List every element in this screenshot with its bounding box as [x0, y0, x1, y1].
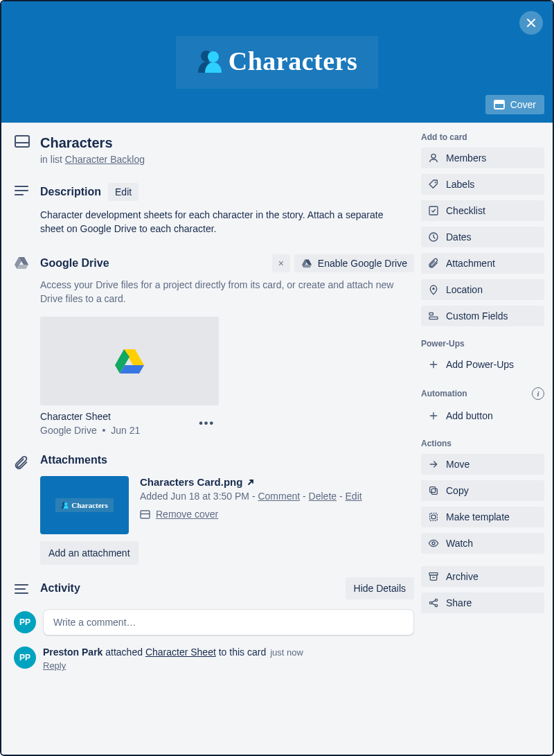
activity-time: just now: [270, 647, 303, 658]
activity-attachment-link[interactable]: Character Sheet: [145, 647, 216, 658]
attachment-small-icon: [428, 258, 439, 269]
cover-button-label: Cover: [510, 99, 536, 110]
edit-description-button[interactable]: Edit: [108, 183, 138, 201]
share-icon: [428, 597, 439, 608]
svg-point-37: [432, 542, 435, 545]
activity-heading: Activity: [40, 582, 80, 595]
automation-heading: Automation: [421, 389, 467, 398]
watch-button[interactable]: Watch: [421, 533, 544, 554]
hide-details-button[interactable]: Hide Details: [346, 577, 414, 599]
drive-file-more-button[interactable]: •••: [195, 414, 219, 432]
clock-icon: [428, 231, 439, 243]
comment-input[interactable]: Write a comment…: [43, 609, 414, 635]
archive-icon: [428, 571, 439, 582]
cover-title-box: Characters: [176, 36, 378, 89]
card-icon: [14, 134, 30, 149]
automation-info-button[interactable]: i: [532, 387, 544, 400]
move-button[interactable]: Move: [421, 454, 544, 475]
list-link[interactable]: Character Backlog: [65, 154, 145, 165]
add-to-card-heading: Add to card: [421, 132, 544, 142]
attachment-comment-link[interactable]: Comment: [258, 491, 300, 502]
svg-rect-3: [494, 100, 504, 104]
cover-icon: [494, 100, 505, 109]
drive-file-thumbnail[interactable]: [40, 317, 219, 405]
make-template-button[interactable]: Make template: [421, 507, 544, 527]
attachment-edit-link[interactable]: Edit: [346, 491, 362, 502]
attachment-icon: [14, 455, 29, 471]
svg-rect-32: [429, 317, 438, 319]
add-powerups-button[interactable]: Add Power-Ups: [421, 354, 544, 375]
close-icon: [526, 17, 537, 28]
remove-cover-link[interactable]: Remove cover: [156, 509, 218, 520]
user-avatar[interactable]: PP: [14, 611, 36, 633]
dismiss-drive-button[interactable]: ×: [272, 254, 290, 272]
archive-button[interactable]: Archive: [421, 566, 544, 587]
members-icon: [428, 152, 439, 164]
share-button[interactable]: Share: [421, 592, 544, 613]
checklist-icon: [428, 205, 439, 216]
powerups-heading: Power-Ups: [421, 339, 544, 349]
svg-rect-21: [141, 511, 150, 518]
drive-file-name[interactable]: Character Sheet: [40, 411, 140, 422]
card-title[interactable]: Characters: [40, 135, 414, 151]
members-button[interactable]: Members: [421, 148, 544, 168]
labels-icon: [428, 179, 439, 190]
plus-icon: [428, 410, 439, 421]
drive-file-meta: Google Drive • Jun 21: [40, 425, 140, 436]
google-drive-icon: [14, 256, 29, 270]
dates-button[interactable]: Dates: [421, 227, 544, 247]
close-button[interactable]: [519, 11, 543, 35]
enable-google-drive-button[interactable]: Enable Google Drive: [294, 254, 414, 272]
svg-rect-34: [430, 487, 436, 493]
svg-point-26: [431, 154, 436, 158]
attachments-heading: Attachments: [40, 454, 414, 466]
attachment-thumbnail[interactable]: Characters: [40, 476, 129, 534]
attachment-meta: Added Jun 18 at 3:50 PM - Comment - Dele…: [140, 491, 362, 502]
cover-button[interactable]: Cover: [485, 95, 544, 114]
activity-user[interactable]: Preston Park: [43, 647, 102, 658]
attachment-button[interactable]: Attachment: [421, 253, 544, 274]
svg-rect-35: [430, 513, 438, 521]
plus-icon: [428, 359, 439, 370]
svg-point-1: [208, 51, 219, 62]
cover-small-icon: [140, 510, 150, 519]
custom-fields-button[interactable]: Custom Fields: [421, 306, 544, 326]
description-icon: [14, 184, 29, 197]
svg-rect-31: [429, 313, 433, 315]
svg-point-27: [435, 182, 436, 183]
labels-button[interactable]: Labels: [421, 174, 544, 195]
cover-title: Characters: [229, 46, 357, 76]
activity-icon: [14, 583, 29, 595]
description-text[interactable]: Character development sheets for each ch…: [40, 208, 386, 236]
svg-point-30: [432, 288, 434, 290]
add-automation-button[interactable]: Add button: [421, 405, 544, 426]
custom-fields-icon: [428, 310, 439, 322]
people-silhouette-icon: [197, 49, 224, 73]
svg-point-20: [64, 502, 68, 506]
svg-rect-33: [431, 489, 437, 494]
description-heading: Description: [40, 186, 101, 198]
people-mini-icon: [61, 502, 69, 509]
user-avatar[interactable]: PP: [14, 647, 36, 669]
svg-rect-36: [431, 515, 435, 518]
location-button[interactable]: Location: [421, 279, 544, 300]
google-drive-color-icon: [114, 347, 145, 375]
external-link-icon: [247, 478, 255, 486]
google-drive-small-icon: [301, 258, 312, 268]
checklist-button[interactable]: Checklist: [421, 200, 544, 221]
svg-rect-28: [429, 206, 438, 215]
arrow-right-icon: [428, 459, 439, 470]
copy-icon: [428, 485, 439, 496]
card-cover: Characters Cover: [1, 1, 553, 123]
eye-icon: [428, 538, 439, 549]
reply-link[interactable]: Reply: [43, 660, 66, 671]
add-attachment-button[interactable]: Add an attachment: [40, 541, 138, 565]
location-icon: [428, 284, 439, 295]
attachment-delete-link[interactable]: Delete: [309, 491, 337, 502]
card-list-location: in list Character Backlog: [40, 154, 414, 165]
copy-button[interactable]: Copy: [421, 480, 544, 501]
google-drive-subtext: Access your Drive files for a project di…: [40, 278, 407, 306]
attachment-title[interactable]: Characters Card.png: [140, 476, 362, 488]
template-icon: [428, 511, 439, 522]
actions-heading: Actions: [421, 439, 544, 448]
